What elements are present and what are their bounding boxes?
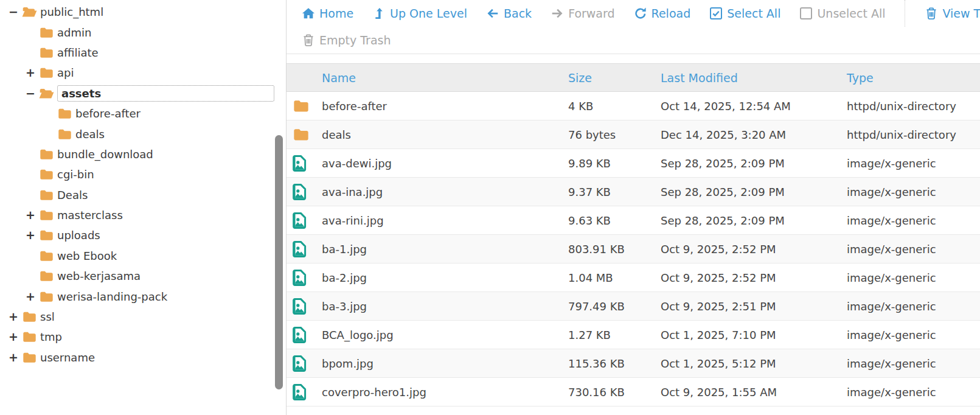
tree-item-werisa-landing-pack[interactable]: +werisa-landing-pack [0, 286, 286, 306]
file-size-cell: 797.49 KB [562, 292, 655, 321]
unselect-all-button[interactable]: Unselect All [799, 7, 885, 20]
expand-toggle-icon[interactable]: + [9, 311, 22, 323]
file-name-cell[interactable]: ba-3.jpg [316, 292, 562, 321]
file-name-cell[interactable]: BCA_logo.jpg [316, 321, 562, 349]
tree-item-web-kerjasama[interactable]: web-kerjasama [0, 266, 286, 286]
select-all-button[interactable]: Select All [709, 7, 780, 20]
view-trash-button[interactable]: View Trash [925, 7, 980, 20]
folder-icon [39, 229, 54, 242]
file-type-cell: image/x-generic [841, 321, 980, 349]
file-name-cell[interactable]: ba-2.jpg [316, 263, 562, 292]
collapse-toggle-icon[interactable]: − [26, 88, 39, 99]
file-size-cell: 730.16 KB [562, 378, 655, 406]
file-row-ava-rini-jpg[interactable]: ava-rini.jpg9.63 KBSep 28, 2025, 2:09 PM… [287, 206, 980, 235]
folder-icon [39, 26, 54, 39]
checkbox-checked-icon [709, 7, 723, 20]
column-header-name[interactable]: Name [316, 64, 562, 92]
file-row-ba-3-jpg[interactable]: ba-3.jpg797.49 KBOct 9, 2025, 2:51 PMima… [287, 292, 980, 321]
file-name-cell[interactable]: ava-dewi.jpg [316, 149, 562, 178]
tree-item-admin[interactable]: admin [0, 22, 286, 42]
file-size-cell: 9.63 KB [562, 206, 655, 235]
folder-icon [39, 209, 54, 221]
expand-toggle-icon[interactable]: + [26, 291, 39, 302]
file-name-cell[interactable]: bpom.jpg [316, 349, 562, 378]
file-name-cell[interactable]: ba-1.jpg [316, 235, 562, 263]
folder-tree-sidebar: −public_htmladminaffiliate+api−assetsbef… [0, 0, 286, 415]
tree-item-assets[interactable]: −assets [0, 83, 286, 103]
tree-item-before-after[interactable]: before-after [0, 103, 286, 124]
file-size-cell: 9.37 KB [562, 178, 655, 206]
expand-toggle-icon[interactable]: + [26, 229, 39, 241]
column-header-type[interactable]: Type [841, 64, 980, 92]
up-one-level-button[interactable]: Up One Level [372, 7, 467, 20]
file-modified-cell: Oct 14, 2025, 12:54 AM [655, 92, 841, 120]
tree-item-label: deals [75, 127, 105, 141]
file-row-ba-2-jpg[interactable]: ba-2.jpg1.04 MBOct 9, 2025, 2:52 PMimage… [287, 263, 980, 292]
tree-item-tmp[interactable]: +tmp [0, 327, 286, 347]
file-modified-cell: Sep 28, 2025, 2:09 PM [655, 178, 841, 206]
tree-item-label: before-after [75, 106, 141, 120]
arrow-right-icon [551, 7, 564, 20]
back-button[interactable]: Back [486, 7, 532, 20]
file-name-cell[interactable]: before-after [316, 92, 562, 120]
folder-icon [39, 168, 54, 181]
tree-item-username[interactable]: +username [0, 347, 286, 368]
tree-item-deals[interactable]: deals [0, 124, 286, 144]
column-header-size[interactable]: Size [562, 64, 655, 92]
tree-item-bundle-download[interactable]: bundle_download [0, 144, 286, 164]
file-row-bpom-jpg[interactable]: bpom.jpg115.36 KBOct 1, 2025, 5:12 PMima… [287, 349, 980, 378]
reload-button[interactable]: Reload [634, 7, 691, 20]
file-modified-cell: Oct 1, 2025, 5:12 PM [655, 349, 841, 378]
file-type-cell: image/x-generic [841, 235, 980, 263]
tree-item-ssl[interactable]: +ssl [0, 307, 286, 327]
expand-toggle-icon[interactable]: + [26, 209, 39, 221]
file-name-cell[interactable]: coverpro-hero1.jpg [316, 378, 562, 406]
file-row-ava-ina-jpg[interactable]: ava-ina.jpg9.37 KBSep 28, 2025, 2:09 PMi… [287, 178, 980, 206]
folder-tree: −public_htmladminaffiliate+api−assetsbef… [0, 0, 286, 368]
file-row-coverpro-hero1-jpg[interactable]: coverpro-hero1.jpg730.16 KBOct 9, 2025, … [287, 378, 980, 406]
file-type-cell: image/x-generic [841, 292, 980, 321]
column-header-last-modified[interactable]: Last Modified [655, 64, 841, 92]
file-size-cell: 9.89 KB [562, 149, 655, 178]
toolbar-button-label: Empty Trash [319, 33, 391, 47]
tree-item-label: bundle_download [57, 147, 153, 161]
checkbox-empty-icon [799, 7, 813, 20]
tree-item-api[interactable]: +api [0, 63, 286, 83]
file-row-before-after[interactable]: before-after4 KBOct 14, 2025, 12:54 AMht… [287, 92, 980, 120]
file-name-cell[interactable]: ava-rini.jpg [316, 206, 562, 235]
file-table-header-row: NameSizeLast ModifiedType [287, 64, 980, 92]
file-size-cell: 4 KB [562, 92, 655, 120]
tree-item-web-ebook[interactable]: web Ebook [0, 246, 286, 266]
toolbar-button-label: Select All [727, 7, 780, 20]
folder-icon [57, 107, 72, 120]
home-button[interactable]: Home [302, 7, 353, 20]
empty-trash-button[interactable]: Empty Trash [302, 33, 391, 47]
toolbar: HomeUp One LevelBackForwardReloadSelect … [287, 0, 980, 54]
file-row-deals[interactable]: deals76 bytesDec 14, 2025, 3:20 AMhttpd/… [287, 120, 980, 149]
tree-item-masterclass[interactable]: +masterclass [0, 205, 286, 225]
file-type-cell: image/x-generic [841, 378, 980, 406]
tree-item-public-html[interactable]: −public_html [0, 2, 286, 22]
file-table: NameSizeLast ModifiedType before-after4 … [287, 63, 980, 406]
expand-toggle-icon[interactable]: + [9, 352, 22, 363]
expand-toggle-icon[interactable]: + [9, 331, 22, 343]
file-row-bca-logo-jpg[interactable]: BCA_logo.jpg1.27 KBOct 1, 2025, 7:10 PMi… [287, 321, 980, 349]
file-row-ba-1-jpg[interactable]: ba-1.jpg803.91 KBOct 9, 2025, 2:52 PMima… [287, 235, 980, 263]
tree-item-deals[interactable]: Deals [0, 185, 286, 205]
tree-item-label: affiliate [57, 46, 99, 60]
file-modified-cell: Oct 9, 2025, 2:51 PM [655, 292, 841, 321]
file-name-cell[interactable]: deals [316, 120, 562, 149]
file-modified-cell: Oct 9, 2025, 2:52 PM [655, 263, 841, 292]
file-type-cell: httpd/unix-directory [841, 120, 980, 149]
collapse-toggle-icon[interactable]: − [9, 6, 22, 18]
home-icon [302, 7, 315, 20]
file-row-ava-dewi-jpg[interactable]: ava-dewi.jpg9.89 KBSep 28, 2025, 2:09 PM… [287, 149, 980, 178]
tree-item-cgi-bin[interactable]: cgi-bin [0, 164, 286, 184]
sidebar-scrollbar-thumb[interactable] [275, 135, 283, 389]
forward-button[interactable]: Forward [551, 7, 614, 20]
expand-toggle-icon[interactable]: + [26, 67, 39, 78]
toolbar-separator [905, 0, 905, 27]
file-name-cell[interactable]: ava-ina.jpg [316, 178, 562, 206]
tree-item-uploads[interactable]: +uploads [0, 225, 286, 245]
tree-item-affiliate[interactable]: affiliate [0, 43, 286, 63]
